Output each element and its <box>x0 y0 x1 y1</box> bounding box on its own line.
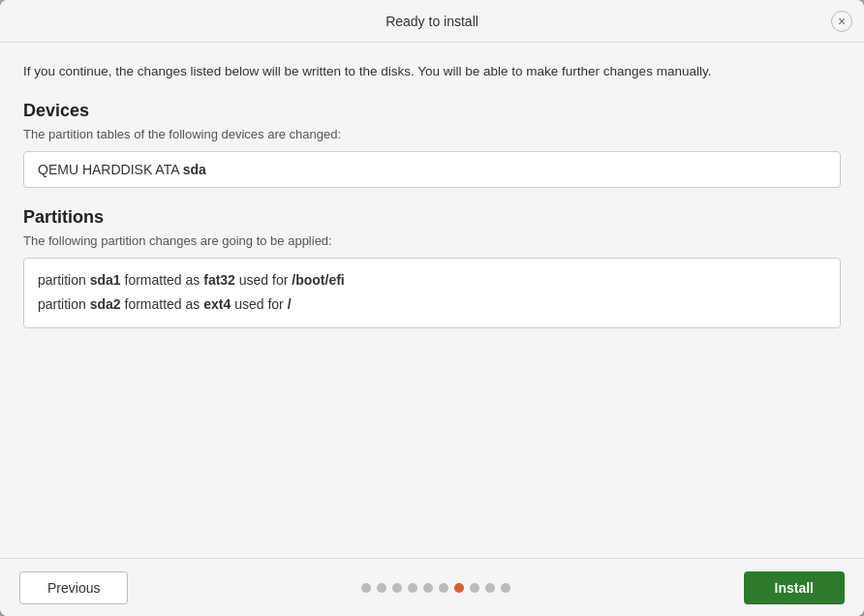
progress-dot-3 <box>408 583 417 593</box>
intro-text: If you continue, the changes listed belo… <box>23 62 841 81</box>
partitions-section: Partitions The following partition chang… <box>23 207 841 327</box>
device-entry: QEMU HARDDISK ATA sda <box>23 151 841 188</box>
progress-dot-4 <box>423 583 433 593</box>
devices-heading: Devices <box>23 101 841 121</box>
devices-description: The partition tables of the following de… <box>23 127 841 141</box>
progress-dot-1 <box>377 583 386 593</box>
partitions-description: The following partition changes are goin… <box>23 233 841 248</box>
progress-dot-8 <box>485 583 495 593</box>
mount-point-2: / <box>288 296 292 312</box>
progress-dot-5 <box>439 583 448 593</box>
device-prefix: QEMU HARDDISK ATA <box>38 162 183 177</box>
dialog: Ready to install × If you continue, the … <box>0 0 864 616</box>
install-button[interactable]: Install <box>744 571 845 604</box>
format-type-1: fat32 <box>203 272 235 288</box>
device-name: sda <box>183 162 206 177</box>
partition-text-2: partition <box>38 296 90 312</box>
progress-dot-7 <box>470 583 479 593</box>
partition-name-1: sda1 <box>90 272 121 288</box>
partition-entry-1: partition sda1 formatted as fat32 used f… <box>38 268 826 293</box>
partitions-list: partition sda1 formatted as fat32 used f… <box>23 258 841 327</box>
mount-point-1: /boot/efi <box>292 272 344 288</box>
devices-section: Devices The partition tables of the foll… <box>23 101 841 188</box>
partition-name-2: sda2 <box>90 296 121 312</box>
progress-dot-0 <box>361 583 371 593</box>
progress-dot-2 <box>392 583 402 593</box>
title-bar: Ready to install × <box>0 0 864 43</box>
progress-dot-6 <box>454 583 464 593</box>
dialog-title: Ready to install <box>386 14 478 29</box>
content-area: If you continue, the changes listed belo… <box>0 43 864 558</box>
partition-text: partition <box>38 272 90 288</box>
close-button[interactable]: × <box>831 11 852 32</box>
format-type-2: ext4 <box>203 296 231 312</box>
footer: Previous Install <box>0 558 864 616</box>
partitions-heading: Partitions <box>23 207 841 228</box>
progress-dot-9 <box>501 583 510 593</box>
partition-entry-2: partition sda2 formatted as ext4 used fo… <box>38 293 826 317</box>
progress-dots <box>361 583 510 593</box>
previous-button[interactable]: Previous <box>19 571 128 604</box>
